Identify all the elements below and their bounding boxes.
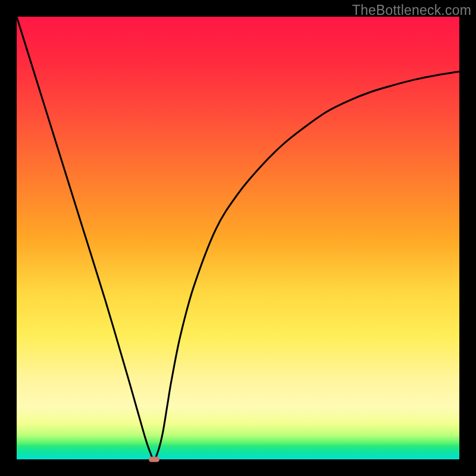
chart-background-gradient: [17, 17, 459, 459]
chart-frame: [17, 17, 459, 459]
watermark-text: TheBottleneck.com: [352, 2, 471, 18]
minimum-marker: [149, 457, 159, 462]
